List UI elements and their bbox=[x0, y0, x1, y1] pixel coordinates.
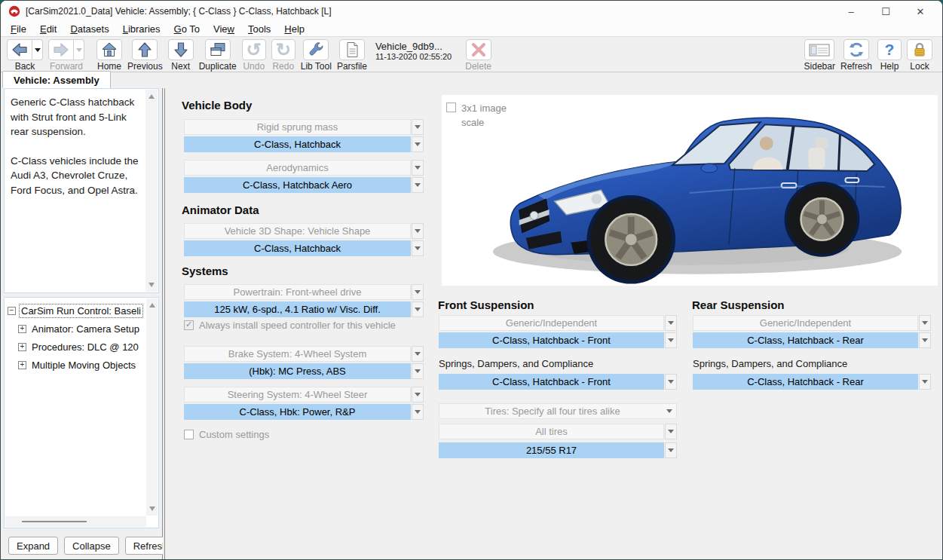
dropdown-arrow-icon[interactable] bbox=[412, 119, 424, 135]
previous-button[interactable] bbox=[132, 39, 158, 60]
dropdown-label[interactable]: C-Class, Hatchback - Rear bbox=[693, 374, 918, 390]
scroll-down-icon[interactable] bbox=[148, 283, 155, 287]
tree-item-run-control[interactable]: CarSim Run Control: Baseli bbox=[20, 304, 142, 317]
checkbox-3x1-image-scale[interactable]: 3x1 image scale bbox=[446, 102, 511, 130]
menu-file[interactable]: File bbox=[4, 23, 33, 35]
dropdown-arrow-icon[interactable] bbox=[412, 223, 424, 239]
toolbar-button-home[interactable]: Home bbox=[96, 39, 122, 72]
dropdown-label[interactable]: C-Class, Hatchback bbox=[184, 136, 411, 152]
arrow-up-icon[interactable] bbox=[132, 39, 158, 60]
arrow-down-icon[interactable] bbox=[168, 39, 194, 60]
collapse-button[interactable]: Collapse bbox=[64, 537, 119, 555]
toolbar-button-help[interactable]: ?Help bbox=[877, 39, 902, 72]
toolbar-button-next[interactable]: Next bbox=[168, 39, 194, 72]
dropdown-arrow-icon[interactable] bbox=[665, 332, 677, 348]
duplicate-button[interactable] bbox=[205, 39, 231, 60]
next-button[interactable] bbox=[168, 39, 194, 60]
dropdown-label[interactable]: Powertrain: Front-wheel drive bbox=[184, 284, 411, 300]
dropdown-label[interactable]: Aerodynamics bbox=[184, 160, 411, 176]
dropdown-arrow-icon[interactable] bbox=[412, 177, 424, 193]
dropdown-rear-susp-value[interactable]: C-Class, Hatchback - Rear bbox=[693, 332, 931, 348]
tree-expand-icon[interactable] bbox=[18, 361, 26, 369]
dropdown-brake-value[interactable]: (Hbk): MC Press, ABS bbox=[184, 363, 424, 379]
dropdown-label[interactable]: Steering System: 4-Wheel Steer bbox=[184, 387, 411, 402]
dropdown-rear-susp-category[interactable]: Generic/Independent bbox=[693, 315, 931, 331]
dropdown-arrow-icon[interactable] bbox=[412, 387, 424, 402]
toolbar-button-sidebar[interactable]: Sidebar bbox=[804, 39, 835, 72]
dropdown-arrow-icon[interactable] bbox=[412, 301, 424, 317]
dropdown-aero-category[interactable]: Aerodynamics bbox=[184, 160, 424, 176]
dropdown-tires-category[interactable]: Tires: Specify all four tires alike bbox=[439, 403, 677, 419]
minimize-button[interactable]: – bbox=[834, 1, 868, 22]
dropdown-label[interactable]: Brake System: 4-Wheel System bbox=[184, 346, 411, 362]
dropdown-arrow-icon[interactable] bbox=[412, 160, 424, 176]
wrench-icon[interactable] bbox=[303, 39, 329, 60]
tree-expand-icon[interactable] bbox=[18, 343, 26, 351]
dropdown-label[interactable]: Generic/Independent bbox=[439, 315, 664, 331]
home-button[interactable] bbox=[96, 39, 122, 60]
dropdown-arrow-icon[interactable] bbox=[919, 332, 931, 348]
dropdown-rear-springs-value[interactable]: C-Class, Hatchback - Rear bbox=[693, 374, 931, 390]
dropdown-arrow-icon[interactable] bbox=[412, 346, 424, 362]
dropdown-label[interactable]: C-Class, Hatchback - Front bbox=[439, 374, 664, 390]
dropdown-front-susp-value[interactable]: C-Class, Hatchback - Front bbox=[439, 332, 677, 348]
dropdown-arrow-icon[interactable] bbox=[412, 240, 424, 256]
dropdown-arrow-icon[interactable] bbox=[665, 315, 677, 331]
dropdown-arrow-icon[interactable] bbox=[665, 424, 677, 439]
tree-item-animator[interactable]: Animator: Camera Setup bbox=[30, 323, 141, 335]
dropdown-label[interactable]: (Hbk): MC Press, ABS bbox=[184, 363, 411, 379]
refresh-icon[interactable] bbox=[843, 39, 869, 60]
dropdown-shape-value[interactable]: C-Class, Hatchback bbox=[184, 240, 424, 256]
dropdown-arrow-icon[interactable] bbox=[412, 363, 424, 379]
lock-button[interactable] bbox=[907, 39, 932, 60]
document-icon[interactable] bbox=[339, 39, 365, 60]
menu-tools[interactable]: Tools bbox=[241, 23, 277, 35]
help-button[interactable]: ? bbox=[877, 39, 902, 60]
dropdown-arrow-icon[interactable] bbox=[665, 403, 674, 419]
dropdown-label[interactable]: Rigid sprung mass bbox=[184, 119, 411, 135]
sidebar-icon[interactable] bbox=[804, 39, 834, 60]
scrollbar-thumb[interactable] bbox=[22, 521, 87, 522]
dropdown-label[interactable]: C-Class, Hatchback - Rear bbox=[693, 332, 918, 348]
back-button[interactable] bbox=[7, 39, 43, 60]
dropdown-arrow-icon[interactable] bbox=[412, 284, 424, 300]
dropdown-aero-value[interactable]: C-Class, Hatchback Aero bbox=[184, 177, 424, 193]
back-dropdown-arrow-icon[interactable] bbox=[32, 39, 43, 60]
menu-libraries[interactable]: Libraries bbox=[116, 23, 167, 35]
dropdown-arrow-icon[interactable] bbox=[919, 374, 931, 390]
arrow-left-icon[interactable] bbox=[7, 39, 32, 60]
tree-collapse-icon[interactable] bbox=[8, 307, 16, 315]
toolbar-button-refresh[interactable]: Refresh bbox=[840, 39, 872, 72]
panel-splitter[interactable] bbox=[162, 88, 165, 560]
scroll-down-icon[interactable] bbox=[149, 506, 155, 511]
scroll-up-icon[interactable] bbox=[149, 303, 155, 308]
dropdown-arrow-icon[interactable] bbox=[665, 442, 677, 458]
tree-vertical-scrollbar[interactable] bbox=[146, 298, 158, 516]
dropdown-label[interactable]: C-Class, Hbk: Power, R&P bbox=[184, 404, 411, 420]
tree-expand-icon[interactable] bbox=[18, 325, 26, 333]
toolbar-button-lib-tool[interactable]: Lib Tool bbox=[301, 39, 332, 72]
dropdown-front-susp-category[interactable]: Generic/Independent bbox=[439, 315, 677, 331]
dropdown-label[interactable]: Generic/Independent bbox=[693, 315, 918, 331]
parsfile-button[interactable] bbox=[339, 39, 365, 60]
dropdown-label[interactable]: All tires bbox=[439, 424, 664, 439]
menu-help[interactable]: Help bbox=[277, 23, 311, 35]
dropdown-label[interactable]: 125 kW, 6-spd., 4.1 Ratio w/ Visc. Diff. bbox=[184, 301, 411, 317]
dropdown-powertrain-value[interactable]: 125 kW, 6-spd., 4.1 Ratio w/ Visc. Diff. bbox=[184, 301, 424, 317]
menu-go-to[interactable]: Go To bbox=[167, 23, 207, 35]
dropdown-label[interactable]: C-Class, Hatchback bbox=[184, 240, 411, 256]
expand-button[interactable]: Expand bbox=[8, 537, 58, 555]
dropdown-label[interactable]: Vehicle 3D Shape: Vehicle Shape bbox=[184, 223, 411, 239]
dropdown-arrow-icon[interactable] bbox=[412, 404, 424, 420]
home-icon[interactable] bbox=[96, 39, 122, 60]
toolbar-button-duplicate[interactable]: Duplicate bbox=[199, 39, 237, 72]
dropdown-sprung-mass-category[interactable]: Rigid sprung mass bbox=[184, 119, 424, 135]
dropdown-label[interactable]: C-Class, Hatchback Aero bbox=[184, 177, 411, 193]
dropdown-shape-category[interactable]: Vehicle 3D Shape: Vehicle Shape bbox=[184, 223, 424, 239]
refresh-button[interactable] bbox=[843, 39, 869, 60]
tree-item-moving-objects[interactable]: Multiple Moving Objects bbox=[30, 359, 137, 372]
menu-edit[interactable]: Edit bbox=[33, 23, 63, 35]
tab-vehicle-assembly[interactable]: Vehicle: Assembly bbox=[2, 71, 111, 89]
dropdown-arrow-icon[interactable] bbox=[665, 374, 677, 390]
description-scrollbar[interactable] bbox=[145, 90, 158, 292]
